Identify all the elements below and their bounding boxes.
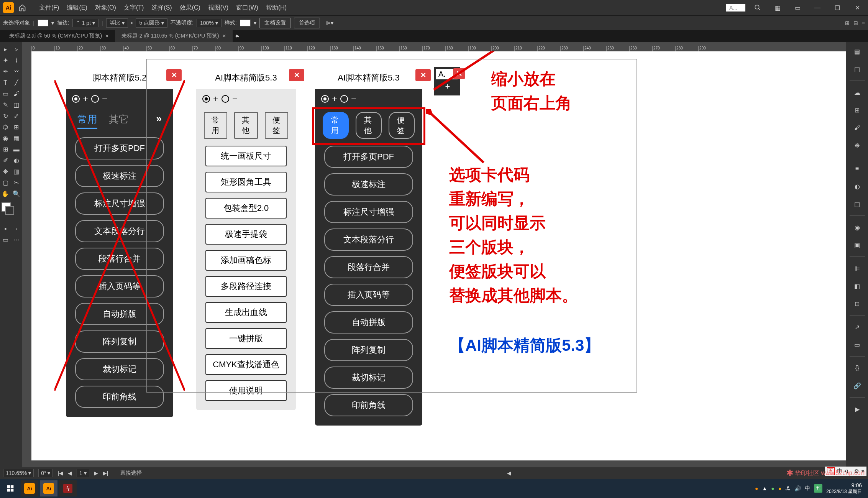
zoom-tool[interactable]: 🔍 <box>11 188 22 199</box>
slice-tool[interactable]: ✂ <box>11 177 22 188</box>
mesh-tool[interactable]: ⊞ <box>0 144 11 155</box>
rectangle-tool[interactable]: ▭ <box>0 88 11 99</box>
taskbar-app-illustrator[interactable]: Ai <box>40 480 57 496</box>
close-button[interactable]: ✕ <box>166 69 182 81</box>
radio-filled-icon[interactable] <box>72 95 80 103</box>
script-button[interactable]: 插入页码等 <box>75 275 164 297</box>
preferences-button[interactable]: 首选项 <box>294 18 320 28</box>
asset-export-panel-icon[interactable]: ↗ <box>850 319 865 335</box>
menu-window[interactable]: 窗口(W) <box>232 4 262 12</box>
tray-icon[interactable]: ● <box>755 485 758 491</box>
script-button[interactable]: 标注尺寸增强 <box>75 192 164 215</box>
zoom-dropdown[interactable]: 110.65% ▾ <box>3 469 34 477</box>
script-button[interactable]: 段落行合并 <box>75 248 164 270</box>
tab-common[interactable]: 常用 <box>204 112 227 139</box>
document-setup-button[interactable]: 文档设置 <box>259 18 291 28</box>
tab-common[interactable]: 常用 <box>77 113 97 129</box>
radio-empty-icon[interactable] <box>91 95 99 103</box>
search-icon[interactable] <box>750 2 765 13</box>
script-button[interactable]: 段落行合并 <box>324 256 413 278</box>
css-panel-icon[interactable]: {} <box>850 360 865 376</box>
shaper-tool[interactable]: ✎ <box>0 99 11 110</box>
artboard-nav-prev[interactable]: ◀ <box>68 470 72 476</box>
eraser-tool[interactable]: ◫ <box>11 99 22 110</box>
menu-edit[interactable]: 编辑(E) <box>63 4 91 12</box>
share-icon[interactable] <box>234 33 240 39</box>
scroll-left-icon[interactable]: ◀ <box>507 470 511 476</box>
document-tab[interactable]: 未标题-2.ai @ 50 % (CMYK/CPU 预览)✕ <box>3 30 115 42</box>
layers-panel-icon[interactable]: ◫ <box>850 61 865 77</box>
expand-icon[interactable]: » <box>156 113 162 129</box>
panel-dock-icon[interactable]: ≡ <box>862 20 865 26</box>
uniform-dropdown[interactable]: 等比▾ <box>106 18 128 28</box>
tray-icon[interactable]: ● <box>771 485 774 491</box>
start-button[interactable] <box>2 480 19 496</box>
close-icon[interactable]: ✕ <box>105 33 109 39</box>
close-button[interactable]: ✕ <box>415 69 431 81</box>
workspace-icon[interactable]: ▭ <box>790 2 805 13</box>
script-button[interactable]: 自动拼版 <box>75 303 164 325</box>
tray-network-icon[interactable]: 🖧 <box>785 485 791 491</box>
tray-icon[interactable]: ● <box>778 485 781 491</box>
script-mini-titlebar[interactable]: A... <box>726 4 745 12</box>
fill-stroke-control[interactable] <box>0 201 22 213</box>
lasso-tool[interactable]: ⌇ <box>11 55 22 66</box>
script-button[interactable]: 打开多页PDF <box>75 137 164 159</box>
menu-file[interactable]: 文件(F) <box>35 4 63 12</box>
script-button[interactable]: 极速手提袋 <box>205 224 287 245</box>
menu-type[interactable]: 文字(T) <box>120 4 148 12</box>
document-tab[interactable]: 未标题-2 @ 110.65 % (CMYK/CPU 预览)✕ <box>115 30 233 42</box>
script-button[interactable]: 多段路径连接 <box>205 276 287 297</box>
eyedropper-tool[interactable]: ✐ <box>0 155 11 166</box>
menu-object[interactable]: 对象(O) <box>91 4 120 12</box>
screen-mode[interactable]: ▭ <box>0 234 11 245</box>
script-button[interactable]: 一键拼版 <box>205 328 287 349</box>
direct-selection-tool[interactable]: ▹ <box>11 44 22 55</box>
minus-icon[interactable]: − <box>102 94 107 104</box>
appearance-panel-icon[interactable]: ◉ <box>850 220 865 235</box>
tray-ime-icon[interactable]: 中 <box>805 485 810 492</box>
script-button[interactable]: 阵列复制 <box>324 339 413 361</box>
properties-panel-icon[interactable]: ▤ <box>850 44 865 59</box>
close-icon[interactable]: ✕ <box>850 2 865 13</box>
close-button[interactable]: ✕ <box>453 68 465 79</box>
radio-filled-icon[interactable] <box>321 95 329 103</box>
minus-icon[interactable]: − <box>351 94 356 104</box>
gradient-tool[interactable]: ▬ <box>11 144 22 155</box>
align-panel-icon[interactable]: ⊫ <box>850 261 865 276</box>
home-icon[interactable] <box>17 2 28 13</box>
plus-icon[interactable]: + <box>445 82 450 92</box>
pen-tool[interactable]: ✒ <box>0 66 11 77</box>
shape-builder-tool[interactable]: ◉ <box>0 133 11 144</box>
brushes-panel-icon[interactable]: 🖌 <box>850 120 865 135</box>
style-swatch[interactable] <box>240 20 251 26</box>
scale-tool[interactable]: ⤢ <box>11 110 22 122</box>
close-button[interactable]: ✕ <box>289 69 304 81</box>
radio-filled-icon[interactable] <box>202 95 210 103</box>
hand-tool[interactable]: ✋ <box>0 188 11 199</box>
script-button[interactable]: 统一画板尺寸 <box>205 146 287 166</box>
script-button[interactable]: 包装盒型2.0 <box>205 198 287 219</box>
minus-icon[interactable]: − <box>232 94 238 104</box>
script-button[interactable]: 生成出血线 <box>205 302 287 323</box>
script-button[interactable]: 标注尺寸增强 <box>324 201 413 223</box>
scrollbar-horizontal[interactable] <box>31 460 846 467</box>
tab-notes[interactable]: 便签 <box>265 112 288 139</box>
panel-menu-icon[interactable]: ⊟ <box>853 20 858 26</box>
tray-icon[interactable]: ▲ <box>762 485 767 491</box>
artboard-nav-last[interactable]: ▶| <box>103 470 108 476</box>
paintbrush-tool[interactable]: 🖌 <box>11 88 22 99</box>
arrange-icon[interactable]: ▦ <box>770 2 785 13</box>
play-icon[interactable]: ▶ <box>850 401 865 417</box>
type-tool[interactable]: T <box>0 77 11 88</box>
close-icon[interactable]: ✕ <box>222 33 226 39</box>
script-button[interactable]: 裁切标记 <box>75 358 164 380</box>
free-transform-tool[interactable]: ⊞ <box>11 122 22 133</box>
taskbar-app-illustrator[interactable]: Ai <box>21 480 38 496</box>
graph-tool[interactable]: ▥ <box>11 166 22 177</box>
gradient-panel-icon[interactable]: ◐ <box>850 179 865 194</box>
panel-toggle-icon[interactable]: ⊞ <box>845 20 850 26</box>
line-tool[interactable]: ╱ <box>11 77 22 88</box>
transform-panel-icon[interactable]: ⊡ <box>850 296 865 311</box>
script-button[interactable]: 文本段落分行 <box>324 228 413 251</box>
